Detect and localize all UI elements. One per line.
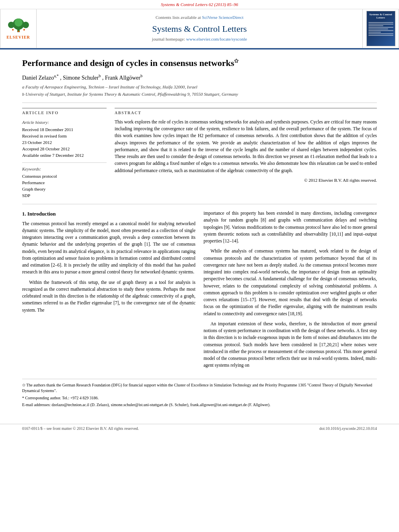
body-para-5: An important extension of these works, t… bbox=[204, 320, 377, 369]
body-para-3: importance of this property has been ext… bbox=[204, 210, 377, 244]
affiliation-b-text: b University of Stuttgart, Institute for… bbox=[22, 92, 238, 97]
body-col-1: 1. Introduction The consensus protocol h… bbox=[22, 210, 195, 372]
journal-homepage: journal homepage: www.elsevier.com/locat… bbox=[152, 36, 247, 43]
footer-license: 0167-6911/$ – see front matter © 2012 El… bbox=[22, 426, 139, 432]
author1-name: Daniel Zelazo bbox=[22, 74, 54, 80]
journal-title: Systems & Control Letters bbox=[152, 23, 247, 35]
footer-doi: doi:10.1016/j.sysconle.2012.10.014 bbox=[319, 426, 377, 432]
svg-point-7 bbox=[23, 29, 25, 31]
keywords-divider bbox=[22, 162, 107, 163]
available-date: Available online 7 December 2012 bbox=[22, 152, 107, 159]
keywords-list: Consensus protocol Performance Graph the… bbox=[22, 173, 107, 199]
author2-affil-marker: b bbox=[99, 74, 101, 78]
divider-after-affiliations bbox=[22, 103, 377, 103]
elsevier-logo-area: ELSEVIER bbox=[0, 9, 37, 48]
author3-name: , Frank Allgöwer bbox=[102, 74, 140, 80]
title-text: Performance and design of cycles in cons… bbox=[22, 58, 234, 68]
keyword-3: Graph theory bbox=[22, 186, 107, 193]
footnote-emails: E-mail addresses: dzelazo@technion.ac.il… bbox=[22, 402, 377, 408]
article-info-header: ARTICLE INFO bbox=[22, 108, 107, 116]
keyword-4: SDP bbox=[22, 193, 107, 199]
accepted-date: Accepted 28 October 2012 bbox=[22, 146, 107, 152]
footnotes-area: ✩ The authors thank the German Research … bbox=[22, 379, 377, 408]
abstract-body: This work explores the role of cycles in… bbox=[115, 119, 377, 174]
keywords-label: Keywords: bbox=[22, 166, 107, 173]
svg-point-4 bbox=[23, 22, 29, 28]
divider-before-body bbox=[22, 204, 377, 204]
affiliation-b: b University of Stuttgart, Institute for… bbox=[22, 91, 377, 98]
journal-header: ELSEVIER Contents lists available at Sci… bbox=[0, 9, 399, 48]
sciverse-line: Contents lists available at SciVerse Sci… bbox=[156, 14, 243, 21]
body-text-area: 1. Introduction The consensus protocol h… bbox=[22, 210, 377, 372]
abstract-text-content: This work explores the role of cycles in… bbox=[115, 119, 377, 173]
svg-point-5 bbox=[12, 29, 14, 31]
footnote-star: ✩ The authors thank the German Research … bbox=[22, 382, 377, 394]
main-content: Performance and design of cycles in cons… bbox=[0, 49, 399, 417]
affiliation-a: a Faculty of Aerospace Engineering, Tech… bbox=[22, 84, 377, 90]
journal-citation: Systems & Control Letters 62 (2013) 85–9… bbox=[0, 0, 399, 9]
footnote-corresponding: * Corresponding author. Tel.: +972 4 829… bbox=[22, 395, 377, 401]
revised-label: Received in revised form bbox=[22, 133, 107, 140]
keyword-1: Consensus protocol bbox=[22, 173, 107, 180]
title-footnote-marker: ✩ bbox=[234, 58, 239, 64]
author3-affil-marker: b bbox=[140, 74, 142, 78]
abstract-header: ABSTRACT bbox=[115, 108, 377, 116]
email-label: E-mail addresses: bbox=[22, 403, 51, 407]
citation-text: Systems & Control Letters 62 (2013) 85–9… bbox=[161, 2, 238, 7]
svg-point-6 bbox=[18, 31, 19, 32]
journal-header-center: Contents lists available at SciVerse Sci… bbox=[37, 9, 362, 48]
section1-title: 1. Introduction bbox=[22, 210, 195, 218]
history-label: Article history: bbox=[22, 119, 107, 126]
contents-text: Contents lists available at bbox=[156, 15, 201, 20]
author1-affil-marker: a,* bbox=[54, 74, 59, 78]
email-2: simone.schuler@ist.uni-stuttgart.de (S. … bbox=[111, 403, 189, 407]
cover-title-text: Systems & Control Letters bbox=[368, 13, 393, 20]
svg-point-2 bbox=[14, 18, 23, 27]
elsevier-tree-icon bbox=[5, 17, 32, 34]
elsevier-logo: ELSEVIER bbox=[5, 17, 32, 41]
article-info-column: ARTICLE INFO Article history: Received 1… bbox=[22, 108, 107, 199]
body-para-1: The consensus protocol has recently emer… bbox=[22, 220, 195, 276]
keyword-2: Performance bbox=[22, 180, 107, 186]
authors-line: Daniel Zelazoa,* , Simone Schulerb , Fra… bbox=[22, 73, 377, 82]
journal-cover-thumbnail: Systems & Control Letters bbox=[366, 11, 395, 46]
cover-decorative-lines bbox=[368, 21, 393, 37]
paper-title: Performance and design of cycles in cons… bbox=[22, 58, 377, 69]
body-para-4: While the analysis of consensus systems … bbox=[204, 248, 377, 317]
bottom-footer: 0167-6911/$ – see front matter © 2012 El… bbox=[0, 424, 399, 433]
abstract-column: ABSTRACT This work explores the role of … bbox=[115, 108, 377, 199]
email-1: dzelazo@technion.ac.il (D. Zelazo), bbox=[51, 403, 110, 407]
received-date: Received 18 December 2011 bbox=[22, 127, 107, 133]
revised-date: 23 October 2012 bbox=[22, 140, 107, 146]
email-3: frank.allgower@ist.uni-stuttgart.de (F. … bbox=[190, 403, 270, 407]
copyright-line: © 2012 Elsevier B.V. All rights reserved… bbox=[115, 177, 377, 184]
elsevier-text: ELSEVIER bbox=[6, 35, 30, 41]
author2-name: , Simone Schuler bbox=[60, 74, 99, 80]
body-col-2: importance of this property has been ext… bbox=[204, 210, 377, 372]
body-para-2: Within the framework of this setup, the … bbox=[22, 279, 195, 314]
journal-cover-area: Systems & Control Letters bbox=[362, 9, 399, 48]
svg-point-3 bbox=[8, 22, 14, 28]
article-info-abstract-row: ARTICLE INFO Article history: Received 1… bbox=[22, 108, 377, 199]
homepage-label: journal homepage: bbox=[152, 37, 185, 41]
body-para-5-text: An important extension of these works, t… bbox=[204, 321, 377, 368]
homepage-link[interactable]: www.elsevier.com/locate/sysconle bbox=[186, 37, 247, 41]
sciverse-link[interactable]: SciVerse ScienceDirect bbox=[202, 15, 243, 20]
affiliation-a-text: a Faculty of Aerospace Engineering, Tech… bbox=[22, 84, 197, 89]
